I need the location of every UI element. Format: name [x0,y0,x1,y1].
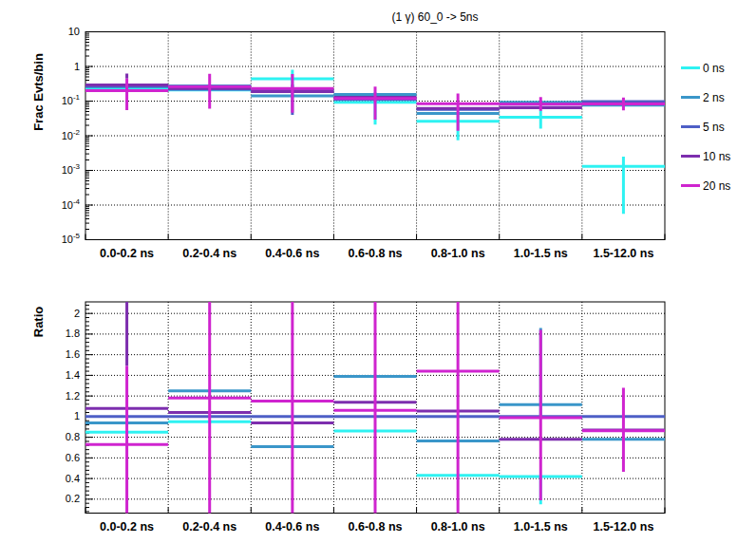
svg-text:0.6-0.8 ns: 0.6-0.8 ns [349,520,403,534]
series-20-ns [85,292,665,519]
plot-title: (1 γ) 60_0 -> 5ns [391,10,478,24]
svg-text:1.0-1.5 ns: 1.0-1.5 ns [514,520,568,534]
svg-text:1.4: 1.4 [66,369,80,381]
x-bin-labels: 0.0-0.2 ns0.2-0.4 ns0.4-0.6 ns0.6-0.8 ns… [100,520,653,534]
series-layer [85,292,665,519]
legend-label: 20 ns [703,179,730,193]
series-layer [85,70,665,215]
legend-item: 2 ns [681,83,730,112]
svg-text:10-5: 10-5 [62,232,81,245]
svg-text:1.8: 1.8 [66,328,80,339]
svg-text:0.8: 0.8 [66,431,80,442]
svg-text:1.6: 1.6 [66,348,80,360]
axis-ticks [85,32,665,240]
svg-text:1.5-12.0 ns: 1.5-12.0 ns [593,520,653,534]
gridlines [85,32,665,240]
svg-text:0.2: 0.2 [66,493,80,504]
svg-text:0.4: 0.4 [66,473,80,484]
svg-text:0.0-0.2 ns: 0.0-0.2 ns [100,520,154,534]
svg-text:10-1: 10-1 [62,93,81,106]
svg-text:1.0-1.5 ns: 1.0-1.5 ns [514,247,568,260]
chart-svg: 10110-110-210-310-410-50.0-0.2 ns0.2-0.4… [0,0,756,543]
legend-label: 2 ns [703,91,725,104]
legend-label: 0 ns [703,62,725,75]
svg-text:0.4-0.6 ns: 0.4-0.6 ns [265,520,319,534]
top-panel: 10110-110-210-310-410-50.0-0.2 ns0.2-0.4… [62,26,665,260]
legend-line-swatch [681,184,700,187]
y-axis-title-bottom: Ratio [31,307,46,338]
y-tick-labels: 21.81.61.41.210.80.60.40.2 [66,308,80,505]
x-bin-labels: 0.0-0.2 ns0.2-0.4 ns0.4-0.6 ns0.6-0.8 ns… [100,247,653,260]
svg-text:10: 10 [68,26,80,37]
svg-text:0.2-0.4 ns: 0.2-0.4 ns [182,247,236,260]
legend-line-swatch [681,96,700,99]
legend-label: 5 ns [703,121,725,134]
svg-text:10-4: 10-4 [62,197,81,211]
legend-label: 10 ns [703,150,730,163]
legend-line-swatch [681,155,700,158]
legend-item: 10 ns [681,141,730,171]
svg-text:10-3: 10-3 [62,162,81,176]
legend-line-swatch [681,66,700,69]
root-canvas: 10110-110-210-310-410-50.0-0.2 ns0.2-0.4… [0,0,756,543]
svg-text:1: 1 [74,61,80,72]
legend-item: 5 ns [681,112,730,141]
legend-item: 20 ns [681,171,730,200]
svg-text:0.0-0.2 ns: 0.0-0.2 ns [100,247,154,260]
y-axis-title-top: Frac Evts/bin [31,53,46,131]
svg-text:1: 1 [74,410,80,421]
svg-text:1.2: 1.2 [66,390,80,402]
legend-line-swatch [681,125,700,128]
svg-text:0.8-1.0 ns: 0.8-1.0 ns [431,520,485,534]
bottom-panel: 21.81.61.41.210.80.60.40.20.0-0.2 ns0.2-… [66,292,665,534]
svg-text:0.4-0.6 ns: 0.4-0.6 ns [265,247,319,260]
panel-frame [85,32,665,240]
svg-text:0.8-1.0 ns: 0.8-1.0 ns [431,247,485,260]
svg-text:0.6-0.8 ns: 0.6-0.8 ns [349,247,403,260]
svg-text:0.6: 0.6 [66,452,80,463]
svg-text:10-2: 10-2 [62,128,81,141]
legend-item: 0 ns [681,53,730,83]
svg-text:2: 2 [74,308,80,319]
svg-text:0.2-0.4 ns: 0.2-0.4 ns [182,520,236,534]
svg-text:1.5-12.0 ns: 1.5-12.0 ns [593,247,653,260]
y-tick-labels: 10110-110-210-310-410-5 [62,26,81,245]
legend: 0 ns 2 ns 5 ns 10 ns 20 ns [681,53,730,200]
